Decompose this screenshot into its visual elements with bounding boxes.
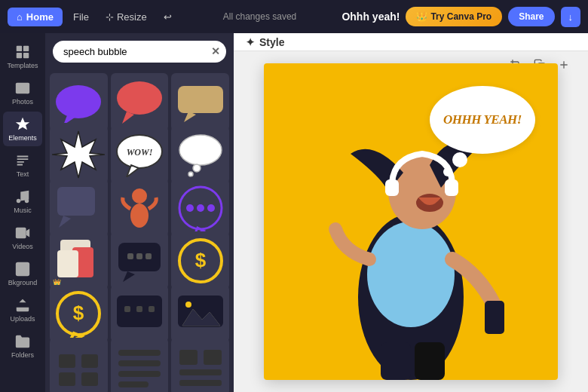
undo-button[interactable]: ↩	[158, 8, 178, 26]
svg-rect-51	[59, 354, 75, 368]
list-item[interactable]	[50, 126, 108, 184]
svg-rect-72	[415, 342, 445, 380]
sparkle-icon: ✦	[246, 36, 255, 48]
list-item[interactable]: 👑	[50, 231, 108, 289]
try-pro-button[interactable]: 👑 Try Canva Pro	[406, 7, 502, 26]
svg-rect-6	[16, 228, 26, 239]
sidebar-item-label: Folders	[11, 351, 34, 359]
list-item[interactable]	[171, 126, 229, 184]
svg-point-20	[188, 172, 193, 176]
svg-rect-44	[124, 306, 130, 312]
home-icon: ⌂	[17, 11, 23, 23]
svg-rect-32	[57, 250, 78, 277]
sidebar-item-music[interactable]: Music	[3, 184, 42, 219]
folders-icon	[14, 333, 31, 350]
style-label: ✦ Style	[246, 36, 284, 48]
canvas-toolbar: ✦ Style	[234, 33, 588, 51]
canvas-area: ✦ Style	[234, 33, 588, 392]
svg-point-18	[179, 135, 222, 165]
list-item[interactable]	[171, 73, 229, 131]
svg-point-8	[56, 85, 101, 118]
svg-rect-2	[17, 53, 22, 58]
svg-point-28	[207, 204, 215, 212]
svg-rect-57	[118, 371, 161, 377]
svg-rect-52	[81, 354, 98, 368]
svg-rect-71	[381, 342, 411, 380]
nav-right-group: Ohhh yeah! 👑 Try Canva Pro Share ↓	[341, 7, 580, 27]
sidebar-item-photos[interactable]: Photos	[3, 75, 42, 110]
svg-marker-16	[127, 165, 139, 177]
svg-marker-22	[59, 216, 71, 228]
sidebar-item-text[interactable]: Text	[3, 148, 42, 182]
list-item[interactable]: $	[50, 285, 108, 343]
sidebar-item-elements[interactable]: Elements	[3, 112, 42, 146]
saved-status: All changes saved	[182, 11, 338, 22]
svg-rect-12	[178, 86, 223, 113]
list-item[interactable]	[171, 285, 229, 343]
svg-point-19	[193, 164, 201, 172]
svg-text:$: $	[194, 249, 206, 271]
svg-rect-55	[118, 350, 161, 356]
svg-rect-56	[118, 360, 161, 366]
list-item[interactable]	[50, 179, 108, 237]
background-icon	[14, 261, 31, 277]
sidebar-item-folders[interactable]: Folders	[3, 329, 42, 363]
svg-rect-62	[179, 380, 222, 386]
search-input[interactable]	[53, 41, 226, 63]
home-button[interactable]: ⌂ Home	[8, 8, 63, 26]
svg-point-50	[185, 302, 191, 308]
list-item[interactable]	[111, 285, 169, 343]
svg-rect-34	[127, 253, 133, 259]
file-button[interactable]: File	[67, 8, 95, 26]
svg-rect-58	[118, 381, 149, 387]
resize-button[interactable]: ⊹ Resize	[100, 8, 153, 26]
list-item[interactable]: $	[171, 231, 229, 289]
main-content: Templates Photos Elements Text Music Vid…	[0, 33, 588, 392]
top-navigation: ⌂ Home File ⊹ Resize ↩ All changes saved…	[0, 0, 588, 33]
svg-marker-13	[184, 112, 196, 122]
svg-rect-7	[16, 262, 29, 276]
share-button[interactable]: Share	[508, 7, 554, 26]
list-item[interactable]: WOW!	[111, 126, 169, 184]
svg-rect-36	[145, 253, 152, 259]
list-item[interactable]	[111, 231, 169, 289]
sidebar-item-label: Text	[17, 170, 29, 178]
sidebar-item-videos[interactable]: Videos	[3, 220, 42, 255]
sidebar-item-uploads[interactable]: Uploads	[3, 292, 42, 327]
list-item[interactable]	[50, 73, 108, 131]
text-icon	[14, 152, 31, 169]
undo-icon: ↩	[164, 11, 172, 23]
clear-search-button[interactable]: ✕	[211, 45, 220, 57]
add-icon	[558, 59, 570, 71]
design-canvas[interactable]: OHHH YEAH!	[264, 63, 558, 380]
svg-rect-70	[485, 301, 504, 334]
list-item[interactable]	[171, 179, 229, 237]
list-item[interactable]	[111, 338, 169, 392]
speech-bubble[interactable]: OHHH YEAH!	[430, 86, 535, 154]
svg-point-65	[367, 222, 455, 327]
svg-marker-14	[52, 131, 105, 178]
svg-rect-3	[23, 53, 29, 58]
download-icon: ↓	[568, 11, 574, 23]
music-icon	[14, 188, 31, 205]
canvas-container: OHHH YEAH!	[234, 51, 588, 392]
uploads-icon	[14, 297, 31, 314]
download-button[interactable]: ↓	[561, 7, 581, 27]
list-item[interactable]	[111, 179, 169, 237]
svg-rect-68	[385, 179, 399, 196]
resize-icon: ⊹	[106, 11, 114, 23]
list-item[interactable]	[171, 338, 229, 392]
document-title: Ohhh yeah!	[341, 11, 400, 23]
svg-text:$: $	[73, 302, 84, 324]
svg-rect-35	[136, 253, 142, 259]
crown-icon: 👑	[416, 11, 427, 22]
list-item[interactable]	[111, 73, 169, 131]
svg-rect-59	[179, 350, 198, 365]
svg-point-26	[186, 204, 194, 212]
sidebar-item-templates[interactable]: Templates	[3, 39, 42, 74]
sidebar-item-label: Photos	[12, 98, 33, 106]
sidebar-item-background[interactable]: Bkground	[3, 256, 42, 291]
svg-marker-37	[123, 271, 135, 282]
sidebar-item-label: Music	[14, 207, 32, 214]
list-item[interactable]	[50, 338, 108, 392]
